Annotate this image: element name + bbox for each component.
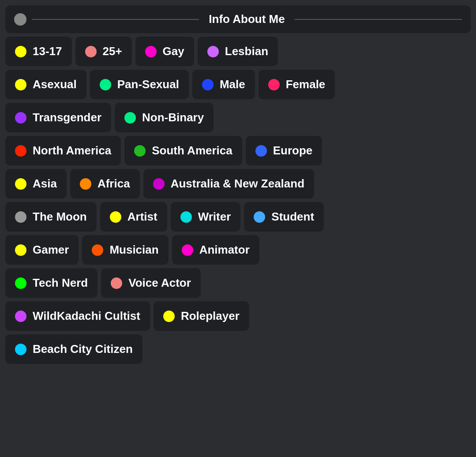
tag-dot bbox=[124, 112, 136, 124]
tag-label: Artist bbox=[127, 210, 157, 224]
header-line-left bbox=[32, 19, 199, 20]
tag-label: Female bbox=[286, 78, 326, 91]
tag-australia--new-zealand[interactable]: Australia & New Zealand bbox=[143, 169, 314, 199]
tag-dot bbox=[145, 46, 157, 57]
tag-gamer[interactable]: Gamer bbox=[5, 235, 79, 265]
header-line-right bbox=[295, 19, 462, 20]
tag-dot bbox=[268, 79, 280, 90]
header-dot bbox=[14, 13, 26, 26]
header-title: Info About Me bbox=[204, 12, 289, 26]
tag-label: 13-17 bbox=[33, 45, 62, 58]
tag-label: Roleplayer bbox=[181, 309, 240, 323]
tag-dot bbox=[85, 46, 97, 57]
tag-africa[interactable]: Africa bbox=[70, 169, 140, 199]
row-7: Tech NerdVoice Actor bbox=[5, 268, 471, 298]
tag-dot bbox=[254, 211, 265, 223]
tag-dot bbox=[15, 211, 26, 223]
tag-label: Pan-Sexual bbox=[117, 78, 179, 91]
tag-musician[interactable]: Musician bbox=[82, 235, 168, 265]
tag-dot bbox=[15, 79, 26, 90]
tag-dot bbox=[180, 211, 192, 223]
tag-wildkadachi-cultist[interactable]: WildKadachi Cultist bbox=[5, 301, 150, 331]
tag-dot bbox=[80, 178, 91, 190]
tag-roleplayer[interactable]: Roleplayer bbox=[154, 301, 249, 331]
tag-label: Tech Nerd bbox=[33, 276, 88, 290]
tag-dot bbox=[15, 46, 26, 57]
tag-label: Gay bbox=[163, 45, 184, 58]
tag-lesbian[interactable]: Lesbian bbox=[198, 37, 278, 66]
tag-label: Non-Binary bbox=[142, 111, 204, 124]
tag-label: Transgender bbox=[33, 111, 101, 124]
row-1: AsexualPan-SexualMaleFemale bbox=[5, 70, 471, 99]
tag-dot bbox=[202, 79, 214, 90]
tag-label: Asia bbox=[33, 177, 57, 191]
tag-label: The Moon bbox=[33, 210, 87, 224]
tag-voice-actor[interactable]: Voice Actor bbox=[101, 268, 201, 298]
tag-dot bbox=[15, 244, 26, 256]
tag-label: Animator bbox=[199, 243, 250, 257]
tag-gay[interactable]: Gay bbox=[135, 37, 194, 66]
tag-south-america[interactable]: South America bbox=[124, 136, 242, 165]
tag-label: Australia & New Zealand bbox=[171, 177, 304, 191]
tag-label: Male bbox=[220, 78, 245, 91]
tag-tech-nerd[interactable]: Tech Nerd bbox=[5, 268, 97, 298]
tag-label: North America bbox=[33, 144, 111, 157]
tag-europe[interactable]: Europe bbox=[246, 136, 322, 165]
tag-label: Voice Actor bbox=[128, 276, 191, 290]
tag-asexual[interactable]: Asexual bbox=[5, 70, 86, 99]
tags-container: 13-1725+GayLesbianAsexualPan-SexualMaleF… bbox=[5, 37, 471, 364]
row-3: North AmericaSouth AmericaEurope bbox=[5, 136, 471, 165]
row-8: WildKadachi CultistRoleplayer bbox=[5, 301, 471, 331]
tag-label: 25+ bbox=[103, 45, 122, 58]
tag-label: Student bbox=[271, 210, 314, 224]
row-0: 13-1725+GayLesbian bbox=[5, 37, 471, 66]
tag-non-binary[interactable]: Non-Binary bbox=[115, 103, 214, 132]
tag-writer[interactable]: Writer bbox=[171, 202, 241, 232]
row-6: GamerMusicianAnimator bbox=[5, 235, 471, 265]
tag-female[interactable]: Female bbox=[259, 70, 335, 99]
row-2: TransgenderNon-Binary bbox=[5, 103, 471, 132]
tag-transgender[interactable]: Transgender bbox=[5, 103, 111, 132]
tag-dot bbox=[15, 145, 26, 157]
tag-animator[interactable]: Animator bbox=[172, 235, 259, 265]
tag-dot bbox=[182, 244, 193, 256]
tag-dot bbox=[15, 344, 26, 355]
tag-dot bbox=[153, 178, 165, 190]
tag-pan-sexual[interactable]: Pan-Sexual bbox=[90, 70, 189, 99]
row-4: AsiaAfricaAustralia & New Zealand bbox=[5, 169, 471, 199]
tag-asia[interactable]: Asia bbox=[5, 169, 67, 199]
tag-dot bbox=[163, 311, 175, 322]
tag-label: Europe bbox=[273, 144, 313, 157]
tag-label: Africa bbox=[97, 177, 130, 191]
tag-label: Lesbian bbox=[225, 45, 268, 58]
row-5: The MoonArtistWriterStudent bbox=[5, 202, 471, 232]
tag-label: South America bbox=[152, 144, 232, 157]
tag-student[interactable]: Student bbox=[244, 202, 324, 232]
tag-dot bbox=[207, 46, 219, 57]
tag-25[interactable]: 25+ bbox=[75, 37, 132, 66]
info-header: Info About Me bbox=[5, 5, 471, 33]
tag-the-moon[interactable]: The Moon bbox=[5, 202, 97, 232]
tag-dot bbox=[15, 277, 26, 289]
tag-dot bbox=[15, 311, 26, 322]
tag-label: Musician bbox=[109, 243, 158, 257]
tag-dot bbox=[15, 178, 26, 190]
tag-13-17[interactable]: 13-17 bbox=[5, 37, 72, 66]
tag-dot bbox=[134, 145, 146, 157]
tag-label: Beach City Citizen bbox=[33, 342, 133, 356]
tag-label: WildKadachi Cultist bbox=[33, 309, 140, 323]
tag-label: Writer bbox=[198, 210, 231, 224]
tag-label: Asexual bbox=[33, 78, 77, 91]
tag-dot bbox=[15, 112, 26, 124]
tag-dot bbox=[100, 79, 111, 90]
tag-north-america[interactable]: North America bbox=[5, 136, 121, 165]
tag-dot bbox=[111, 277, 122, 289]
tag-beach-city-citizen[interactable]: Beach City Citizen bbox=[5, 334, 142, 364]
tag-male[interactable]: Male bbox=[192, 70, 255, 99]
tag-dot bbox=[255, 145, 267, 157]
row-9: Beach City Citizen bbox=[5, 334, 471, 364]
tag-label: Gamer bbox=[33, 243, 69, 257]
tag-artist[interactable]: Artist bbox=[100, 202, 167, 232]
tag-dot bbox=[92, 244, 103, 256]
tag-dot bbox=[110, 211, 121, 223]
